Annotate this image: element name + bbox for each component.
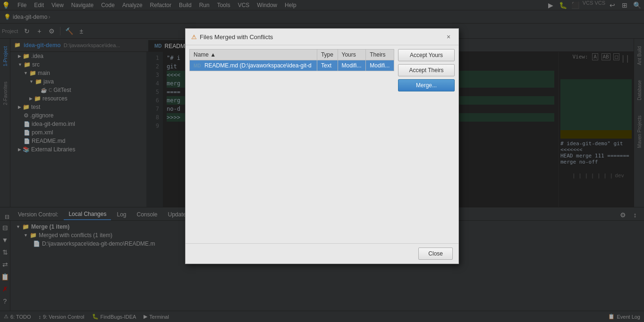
col-yours: Yours xyxy=(338,50,366,60)
row-theirs: Modifi... xyxy=(366,60,394,71)
row-name: MD README.md (D:\javaworkspace\idea-git-… xyxy=(190,60,317,71)
dialog-footer: Close xyxy=(186,243,458,264)
col-type: Type xyxy=(317,50,338,60)
row-file-icon: MD xyxy=(194,63,201,68)
col-type-label: Type xyxy=(321,51,333,58)
dialog-body: Name ▲ Type Yours Theirs xyxy=(186,45,458,149)
dialog-table-area: Name ▲ Type Yours Theirs xyxy=(189,49,394,145)
conflict-files-table: Name ▲ Type Yours Theirs xyxy=(189,49,394,71)
table-row[interactable]: MD README.md (D:\javaworkspace\idea-git-… xyxy=(190,60,394,71)
close-btn[interactable]: Close xyxy=(418,248,453,260)
row-type: Text xyxy=(317,60,338,71)
col-name-label: Name ▲ xyxy=(194,51,216,58)
accept-theirs-btn[interactable]: Accept Theirs xyxy=(398,64,455,76)
row-name-text: README.md (D:\javaworkspace\idea-git-d xyxy=(204,62,312,69)
dialog-title-text: Files Merged with Conflicts xyxy=(200,33,273,41)
dialog-files-merged: ⚠ Files Merged with Conflicts × Name ▲ T… xyxy=(185,28,459,264)
dialog-title-bar: ⚠ Files Merged with Conflicts × xyxy=(186,29,458,45)
dialog-close-btn[interactable]: × xyxy=(444,33,453,41)
dialog-title: ⚠ Files Merged with Conflicts xyxy=(191,33,273,41)
dialog-icon: ⚠ xyxy=(191,33,197,41)
dialog-action-buttons: Accept Yours Accept Theirs Merge... xyxy=(398,49,455,145)
dialog-overlay: ⚠ Files Merged with Conflicts × Name ▲ T… xyxy=(0,0,644,322)
dialog-empty-area xyxy=(186,149,458,243)
merge-btn[interactable]: Merge... xyxy=(398,79,455,91)
col-theirs-label: Theirs xyxy=(370,51,385,58)
col-yours-label: Yours xyxy=(342,51,356,58)
col-name: Name ▲ xyxy=(190,50,317,60)
col-theirs: Theirs xyxy=(366,50,394,60)
accept-yours-btn[interactable]: Accept Yours xyxy=(398,49,455,61)
row-yours: Modifi... xyxy=(338,60,366,71)
